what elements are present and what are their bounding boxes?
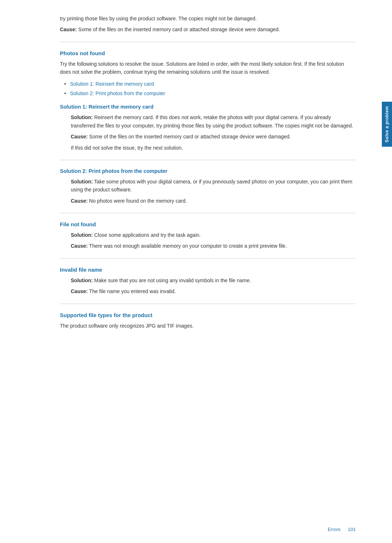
invalid-file-name-cause: Cause: The file name you entered was inv… — [71, 287, 356, 295]
solution-1-cause-label: Cause: — [71, 134, 88, 139]
invalid-file-name-content: Solution: Make sure that you are not usi… — [60, 276, 356, 296]
intro-block: try printing those files by using the pr… — [60, 15, 356, 34]
solution-1-solution-label: Solution: — [71, 114, 93, 120]
photos-not-found-bullets: Solution 1: Reinsert the memory card Sol… — [64, 80, 356, 98]
section-solution-1: Solution 1: Reinsert the memory card Sol… — [60, 104, 356, 152]
bullet-solution-1: Solution 1: Reinsert the memory card — [64, 80, 356, 88]
supported-file-types-body: The product software only recognizes JPG… — [60, 322, 356, 330]
invalid-file-name-cause-text: The file name you entered was invalid. — [88, 288, 176, 294]
file-not-found-solution-label: Solution: — [71, 232, 93, 238]
photos-not-found-heading: Photos not found — [60, 50, 356, 56]
file-not-found-cause: Cause: There was not enough available me… — [71, 242, 356, 250]
divider-after-solution-1 — [60, 160, 356, 160]
supported-file-types-heading: Supported file types for the product — [60, 312, 356, 318]
solution-1-followup: If this did not solve the issue, try the… — [71, 144, 356, 152]
divider-after-file-not-found — [60, 258, 356, 259]
divider-after-intro — [60, 42, 356, 42]
intro-cause-label: Cause: — [60, 27, 77, 32]
page-container: Solve a problem try printing those files… — [0, 0, 392, 543]
file-not-found-cause-label: Cause: — [71, 243, 88, 249]
solution-2-content: Solution: Take some photos with your dig… — [60, 178, 356, 205]
file-not-found-heading: File not found — [60, 221, 356, 227]
solution-1-solution-text: Reinsert the memory card. If this does n… — [71, 114, 353, 128]
solution-1-content: Solution: Reinsert the memory card. If t… — [60, 113, 356, 152]
main-content: try printing those files by using the pr… — [0, 0, 392, 543]
solution-1-cause-text: Some of the files on the inserted memory… — [88, 134, 291, 139]
solution-2-cause: Cause: No photos were found on the memor… — [71, 197, 356, 205]
invalid-file-name-solution-text: Make sure that you are not using any inv… — [93, 277, 251, 283]
page-footer: Errors 101 — [328, 527, 356, 532]
footer-label: Errors — [328, 527, 340, 532]
solution-2-cause-label: Cause: — [71, 198, 88, 204]
invalid-file-name-cause-label: Cause: — [71, 288, 88, 294]
intro-cause-text: Some of the files on the inserted memory… — [77, 27, 280, 32]
file-not-found-cause-text: There was not enough available memory on… — [88, 243, 287, 249]
solution-2-solution-text: Take some photos with your digital camer… — [71, 179, 352, 193]
photos-not-found-body: Try the following solutions to resolve t… — [60, 60, 356, 76]
solution-1-heading: Solution 1: Reinsert the memory card — [60, 104, 356, 110]
solution-1-cause: Cause: Some of the files on the inserted… — [71, 133, 356, 141]
section-supported-file-types: Supported file types for the product The… — [60, 312, 356, 330]
solution-1-link[interactable]: Solution 1: Reinsert the memory card — [70, 81, 154, 87]
divider-after-solution-2 — [60, 213, 356, 213]
section-invalid-file-name: Invalid file name Solution: Make sure th… — [60, 267, 356, 296]
solution-1-solution: Solution: Reinsert the memory card. If t… — [71, 113, 356, 130]
solution-2-heading: Solution 2: Print photos from the comput… — [60, 168, 356, 174]
solution-2-cause-text: No photos were found on the memory card. — [88, 198, 187, 204]
invalid-file-name-solution: Solution: Make sure that you are not usi… — [71, 276, 356, 284]
file-not-found-solution-text: Close some applications and try the task… — [93, 232, 201, 238]
solution-2-solution: Solution: Take some photos with your dig… — [71, 178, 356, 194]
intro-paragraph: try printing those files by using the pr… — [60, 15, 356, 23]
section-solution-2: Solution 2: Print photos from the comput… — [60, 168, 356, 205]
divider-after-invalid-file-name — [60, 304, 356, 304]
invalid-file-name-solution-label: Solution: — [71, 277, 93, 283]
section-file-not-found: File not found Solution: Close some appl… — [60, 221, 356, 250]
section-photos-not-found: Photos not found Try the following solut… — [60, 50, 356, 98]
file-not-found-solution: Solution: Close some applications and tr… — [71, 231, 356, 239]
invalid-file-name-heading: Invalid file name — [60, 267, 356, 273]
solution-2-link[interactable]: Solution 2: Print photos from the comput… — [70, 90, 165, 96]
solution-2-solution-label: Solution: — [71, 179, 93, 185]
bullet-solution-2: Solution 2: Print photos from the comput… — [64, 89, 356, 97]
file-not-found-content: Solution: Close some applications and tr… — [60, 231, 356, 250]
intro-cause: Cause: Some of the files on the inserted… — [60, 25, 356, 33]
footer-page: 101 — [348, 527, 356, 532]
